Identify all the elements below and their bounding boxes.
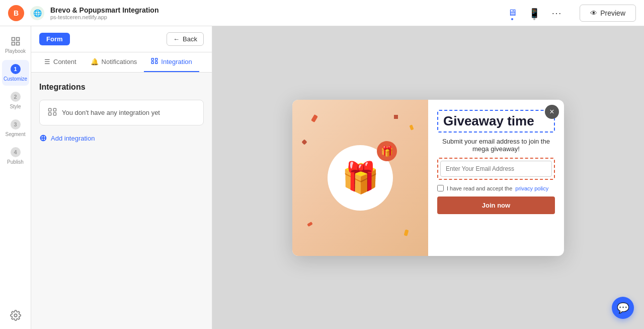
left-sidebar: Playbook 1 Customize 2 Style 3 Segment 4… [0, 26, 31, 329]
sidebar-item-segment[interactable]: 3 Segment [2, 115, 29, 141]
gift-badge: 🎁 [377, 141, 397, 161]
svg-rect-12 [49, 113, 51, 115]
back-button[interactable]: ← Back [167, 32, 204, 46]
confetti-2 [409, 124, 414, 130]
privacy-checkbox[interactable] [437, 185, 444, 191]
close-icon: × [549, 107, 554, 116]
popup-email-wrapper [437, 158, 555, 180]
topbar: B 🌐 Brevo & Popupsmart Integration ps-te… [0, 0, 644, 26]
desktop-btn[interactable]: 🖥 [503, 4, 521, 22]
publish-num: 4 [11, 147, 21, 157]
mobile-dot [533, 18, 535, 20]
gift-icon: 🎁 [342, 160, 379, 195]
site-info: Brevo & Popupsmart Integration ps-testce… [50, 6, 497, 20]
customize-num: 1 [11, 64, 21, 74]
settings-panel: Form ← Back ☰ Content 🔔 Notifications In… [31, 26, 212, 329]
preview-area: × 🎁 🎁 Giveaway time [212, 26, 644, 329]
privacy-link[interactable]: privacy policy [515, 185, 548, 191]
sidebar-item-publish-label: Publish [7, 159, 24, 165]
preview-button[interactable]: 👁 Preview [580, 5, 636, 22]
bell-icon: 🔔 [91, 58, 99, 65]
popup-close-button[interactable]: × [545, 105, 559, 119]
gift-badge-icon: 🎁 [381, 145, 393, 157]
popup-modal: × 🎁 🎁 Giveaway time [292, 100, 564, 256]
no-integration-icon [48, 107, 57, 118]
integration-icon [151, 57, 158, 66]
gift-circle: 🎁 🎁 [328, 145, 393, 211]
add-integration-label: Add integration [51, 135, 95, 142]
submit-label: Join now [482, 202, 510, 209]
popup-content-section: Giveaway time Submit your email address … [428, 100, 564, 256]
mobile-btn[interactable]: 📱 [525, 4, 543, 22]
panel-content: Integrations You don't have any integrat… [31, 73, 212, 329]
svg-rect-11 [53, 113, 56, 115]
empty-message: You don't have any integration yet [62, 109, 160, 116]
svg-rect-6 [155, 58, 157, 60]
tab-notifications[interactable]: 🔔 Notifications [84, 52, 144, 72]
sidebar-item-playbook-label: Playbook [5, 48, 26, 54]
more-options-btn[interactable]: ⋯ [547, 4, 566, 22]
confetti-6 [394, 115, 398, 119]
svg-rect-10 [53, 108, 56, 111]
privacy-text: I have read and accept the [447, 185, 512, 191]
popup-subtitle: Submit your email address to join the me… [437, 138, 555, 153]
confetti-5 [404, 229, 409, 236]
chat-icon: 💬 [617, 302, 629, 314]
svg-rect-3 [12, 42, 15, 45]
chat-bubble[interactable]: 💬 [612, 297, 634, 319]
sidebar-item-customize-label: Customize [4, 76, 27, 82]
integration-empty-state: You don't have any integration yet [39, 100, 204, 125]
tab-content[interactable]: ☰ Content [37, 52, 84, 72]
tab-integration-label: Integration [161, 58, 192, 65]
back-label: Back [183, 35, 197, 43]
eye-icon: 👁 [590, 9, 597, 17]
popup-privacy-row: I have read and accept the privacy polic… [437, 185, 555, 191]
popup-submit-button[interactable]: Join now [437, 196, 555, 214]
sidebar-item-publish[interactable]: 4 Publish [2, 143, 29, 169]
sidebar-item-style-label: Style [10, 104, 21, 109]
svg-rect-7 [155, 61, 157, 63]
svg-rect-8 [152, 61, 154, 63]
site-name: Brevo & Popupsmart Integration [50, 6, 497, 14]
sidebar-item-segment-label: Segment [5, 131, 25, 137]
content-icon: ☰ [44, 58, 50, 65]
preview-label: Preview [600, 9, 625, 17]
plus-icon: ⊕ [39, 133, 47, 144]
confetti-4 [307, 221, 313, 226]
svg-rect-9 [49, 108, 51, 111]
form-label: Form [39, 33, 70, 45]
tab-notifications-label: Notifications [102, 58, 137, 65]
app-logo: B [8, 5, 24, 21]
svg-rect-2 [16, 42, 19, 45]
style-num: 2 [11, 92, 21, 102]
svg-rect-1 [16, 38, 19, 41]
svg-rect-0 [12, 38, 15, 41]
sidebar-item-style[interactable]: 2 Style [2, 88, 29, 113]
popup-image-section: 🎁 🎁 [292, 100, 428, 256]
globe-icon: 🌐 [30, 6, 44, 20]
site-url: ps-testceren.netlify.app [50, 14, 497, 20]
integrations-title: Integrations [39, 83, 204, 92]
confetti-1 [311, 114, 318, 122]
svg-rect-5 [152, 58, 154, 60]
sidebar-settings[interactable] [10, 310, 21, 323]
panel-tabs: ☰ Content 🔔 Notifications Integration [31, 52, 212, 73]
confetti-3 [301, 139, 307, 145]
add-integration-button[interactable]: ⊕ Add integration [39, 133, 95, 144]
device-switcher: 🖥 📱 ⋯ [503, 4, 566, 22]
sidebar-item-playbook[interactable]: Playbook [2, 32, 29, 58]
tab-content-label: Content [53, 58, 76, 65]
desktop-dot [511, 18, 513, 20]
popup-title: Giveaway time [437, 110, 555, 133]
main-layout: Playbook 1 Customize 2 Style 3 Segment 4… [0, 26, 644, 329]
segment-num: 3 [11, 119, 21, 129]
svg-point-4 [14, 314, 17, 317]
sidebar-item-customize[interactable]: 1 Customize [2, 60, 29, 86]
back-arrow-icon: ← [173, 35, 180, 43]
tab-integration[interactable]: Integration [144, 52, 199, 72]
popup-email-input[interactable] [440, 161, 552, 177]
panel-header: Form ← Back [31, 26, 212, 52]
